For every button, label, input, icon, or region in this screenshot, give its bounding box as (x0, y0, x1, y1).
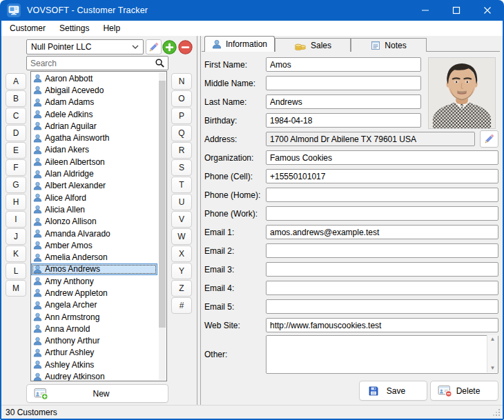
list-scrollbar[interactable] (159, 72, 166, 380)
text-field[interactable] (266, 318, 498, 332)
customer-list-item[interactable]: Alonzo Allison (31, 216, 157, 228)
alphabet-button[interactable]: L (6, 263, 26, 279)
resize-grip[interactable] (492, 408, 501, 417)
close-button[interactable] (472, 0, 503, 21)
text-field[interactable] (266, 225, 498, 239)
alphabet-button[interactable]: U (171, 194, 192, 210)
company-dropdown[interactable]: Null Pointer LLC (26, 39, 144, 54)
alphabet-button[interactable]: V (171, 211, 192, 228)
contact-card-remove-icon (438, 384, 452, 397)
customer-photo[interactable] (428, 57, 496, 129)
customer-list-item[interactable]: Andrew Appleton (31, 287, 157, 299)
text-field[interactable] (266, 299, 498, 314)
customer-list-item[interactable]: Alicia Allen (31, 203, 157, 215)
menu-item[interactable]: Help (96, 21, 127, 36)
alphabet-button[interactable]: Y (171, 263, 192, 279)
text-field[interactable] (266, 150, 498, 165)
alphabet-button[interactable]: P (171, 108, 192, 124)
alphabet-button[interactable]: B (6, 90, 26, 107)
minimize-button[interactable] (409, 0, 440, 21)
alphabet-button[interactable]: E (6, 142, 26, 159)
text-field[interactable] (266, 132, 475, 146)
menu-item[interactable]: Settings (52, 21, 96, 36)
customer-list-item[interactable]: Audrey Atkinson (31, 370, 157, 381)
alphabet-button[interactable]: F (6, 159, 26, 176)
panel-splitter[interactable] (197, 36, 201, 405)
customer-list-item[interactable]: Anthony Arthur (31, 335, 157, 347)
add-company-button[interactable] (162, 40, 177, 54)
alphabet-button[interactable]: M (6, 280, 26, 297)
customer-list-item[interactable]: Aileen Albertson (31, 156, 157, 168)
maximize-button[interactable] (440, 0, 472, 21)
customer-list-item[interactable]: Abigail Acevedo (31, 84, 157, 96)
remove-company-button[interactable] (178, 40, 193, 54)
text-field[interactable] (266, 243, 498, 258)
save-button[interactable]: Save (359, 381, 427, 401)
customer-list-item[interactable]: Ashley Atkins (31, 359, 157, 370)
alphabet-button[interactable]: T (171, 177, 192, 193)
search-input[interactable] (26, 56, 168, 70)
alphabet-button[interactable]: X (171, 246, 192, 262)
other-field-scrollbar[interactable]: ▲ ▼ (487, 335, 498, 372)
alphabet-button[interactable]: H (6, 194, 26, 210)
notes-icon (371, 41, 380, 50)
customer-list-item[interactable]: Adele Adkins (31, 108, 157, 120)
text-field[interactable] (266, 206, 498, 221)
text-field[interactable] (266, 113, 421, 128)
edit-company-button[interactable] (146, 39, 162, 54)
customer-list-item[interactable]: Aidan Akers (31, 144, 157, 156)
new-customer-button[interactable]: New (26, 384, 168, 403)
tab-notes[interactable]: Notes (351, 38, 427, 52)
text-field[interactable] (266, 188, 498, 202)
menu-item[interactable]: Customer (3, 21, 52, 36)
alphabet-button[interactable]: Z (171, 280, 192, 297)
customer-list-item[interactable]: Albert Alexander (31, 180, 157, 192)
customer-list-item[interactable]: Arthur Ashley (31, 347, 157, 359)
tab-information[interactable]: Information (204, 36, 275, 52)
customer-list-item[interactable]: Amelia Anderson (31, 251, 157, 263)
edit-address-button[interactable] (480, 130, 498, 148)
list-scrollbar-thumb[interactable] (159, 81, 166, 328)
text-field[interactable] (266, 281, 498, 295)
text-field[interactable] (266, 57, 421, 72)
text-field[interactable] (266, 169, 498, 183)
customer-list[interactable]: Aaron Abbott Abigail Acevedo (30, 71, 167, 381)
text-field[interactable] (266, 76, 421, 90)
text-field[interactable] (266, 94, 421, 109)
alphabet-button[interactable]: D (6, 125, 26, 141)
scroll-up-icon[interactable]: ▲ (490, 337, 496, 342)
search-box (26, 56, 168, 70)
alphabet-button[interactable]: S (171, 159, 192, 176)
alphabet-button[interactable]: G (6, 177, 26, 193)
alphabet-button[interactable]: Q (171, 125, 192, 141)
alphabet-button[interactable]: W (171, 228, 192, 245)
customer-list-item[interactable]: Amy Anthony (31, 275, 157, 287)
alphabet-button[interactable]: R (171, 142, 192, 159)
customer-list-item[interactable]: Alice Alford (31, 192, 157, 203)
customer-list-item[interactable]: Agatha Ainsworth (31, 132, 157, 143)
delete-button[interactable]: Delete (430, 381, 498, 401)
customer-list-item[interactable]: Adam Adams (31, 97, 157, 108)
customer-list-item[interactable]: Aaron Abbott (31, 72, 157, 84)
tab-sales[interactable]: Sales (275, 38, 351, 52)
customer-name: Agatha Ainsworth (45, 133, 109, 143)
scroll-down-icon[interactable]: ▼ (490, 366, 496, 371)
alphabet-button[interactable]: O (171, 90, 192, 107)
alphabet-button[interactable]: C (6, 108, 26, 124)
text-field[interactable] (266, 262, 498, 277)
customer-list-item[interactable]: Ann Armstrong (31, 311, 157, 323)
customer-list-item[interactable]: Alan Aldridge (31, 168, 157, 179)
customer-list-item[interactable]: Amanda Alvarado (31, 228, 157, 239)
alphabet-button[interactable]: N (171, 73, 192, 90)
customer-list-item[interactable]: Anna Arnold (31, 323, 157, 334)
multiline-field[interactable] (266, 335, 498, 374)
customer-list-item[interactable]: Amber Amos (31, 239, 157, 251)
customer-list-item[interactable]: Angela Archer (31, 299, 157, 311)
alphabet-button[interactable]: A (6, 73, 26, 90)
alphabet-button[interactable]: I (6, 211, 26, 228)
alphabet-button[interactable]: K (6, 246, 26, 262)
alphabet-button[interactable]: J (6, 228, 26, 245)
customer-list-item[interactable]: Adrian Aguilar (31, 120, 157, 132)
customer-list-item[interactable]: Amos Andrews (31, 263, 157, 275)
alphabet-button[interactable]: # (171, 297, 192, 314)
